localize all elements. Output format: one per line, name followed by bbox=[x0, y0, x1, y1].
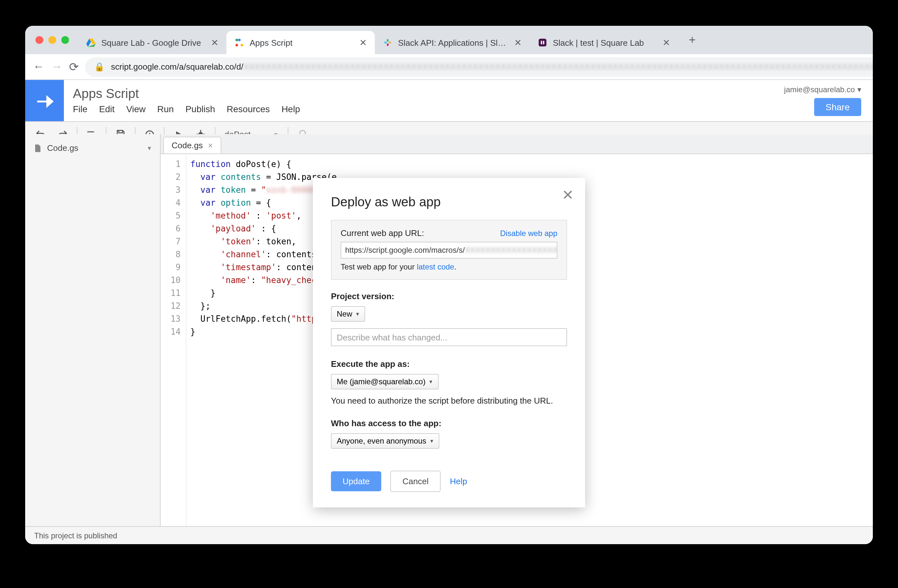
deploy-dialog: ✕ Deploy as web app Current web app URL:… bbox=[313, 178, 585, 507]
execute-value: Me (jamie@squarelab.co) bbox=[337, 377, 426, 386]
title-block: Apps Script File Edit View Run Publish R… bbox=[64, 80, 784, 121]
dialog-title: Deploy as web app bbox=[331, 195, 567, 210]
file-item[interactable]: Code.gs ▼ bbox=[25, 139, 160, 157]
menu-view[interactable]: View bbox=[126, 104, 146, 114]
window-maximize[interactable] bbox=[61, 36, 69, 44]
drive-icon bbox=[86, 37, 96, 48]
access-value: Anyone, even anonymous bbox=[337, 436, 426, 445]
menu-resources[interactable]: Resources bbox=[227, 104, 270, 114]
editor-tab-name: Code.gs bbox=[172, 141, 203, 150]
svg-rect-7 bbox=[384, 41, 387, 43]
window-close[interactable] bbox=[35, 36, 43, 44]
share-button[interactable]: Share bbox=[814, 98, 861, 116]
update-button[interactable]: Update bbox=[331, 471, 381, 491]
access-label: Who has access to the app: bbox=[331, 418, 567, 428]
caret-icon: ▾ bbox=[356, 311, 359, 317]
tab-apps-script[interactable]: Apps Script ✕ bbox=[226, 31, 375, 54]
browser-window: Square Lab - Google Drive ✕ Apps Script … bbox=[25, 26, 873, 544]
slack-workspace-icon bbox=[537, 37, 548, 48]
menu-run[interactable]: Run bbox=[157, 104, 174, 114]
close-icon[interactable]: ✕ bbox=[514, 37, 522, 48]
svg-point-5 bbox=[241, 44, 243, 46]
url-bar: ← → ⟳ 🔒 script.google.com/a/squarelab.co… bbox=[25, 54, 873, 80]
svg-rect-10 bbox=[387, 43, 388, 46]
editor-tab[interactable]: Code.gs × bbox=[163, 137, 221, 154]
editor-tabs: Code.gs × bbox=[161, 134, 873, 154]
chevron-down-icon: ▾ bbox=[857, 85, 861, 94]
menu-bar: File Edit View Run Publish Resources Hel… bbox=[73, 104, 775, 114]
url-text: script.google.com/a/squarelab.co/d/XXXXX… bbox=[111, 62, 873, 72]
app-header: Apps Script File Edit View Run Publish R… bbox=[25, 80, 873, 122]
svg-rect-9 bbox=[387, 39, 388, 41]
describe-input[interactable] bbox=[331, 328, 567, 346]
tab-title: Apps Script bbox=[250, 38, 354, 48]
menu-file[interactable]: File bbox=[73, 104, 88, 114]
reload-button[interactable]: ⟳ bbox=[69, 60, 79, 74]
version-value: New bbox=[337, 310, 352, 318]
app-logo[interactable] bbox=[25, 80, 64, 121]
current-url-box: Current web app URL: Disable web app htt… bbox=[331, 220, 567, 280]
status-bar: This project is published bbox=[25, 526, 873, 544]
current-url-label: Current web app URL: bbox=[341, 228, 424, 238]
tab-title: Square Lab - Google Drive bbox=[101, 38, 206, 48]
line-gutter: 1234567891011121314 bbox=[161, 154, 186, 526]
file-sidebar: Code.gs ▼ bbox=[25, 134, 161, 526]
chevron-down-icon[interactable]: ▼ bbox=[146, 145, 152, 151]
tab-drive[interactable]: Square Lab - Google Drive ✕ bbox=[78, 31, 226, 54]
svg-rect-11 bbox=[539, 39, 546, 46]
close-icon[interactable]: ✕ bbox=[359, 37, 367, 48]
file-name: Code.gs bbox=[47, 143, 78, 153]
tab-strip: Square Lab - Google Drive ✕ Apps Script … bbox=[25, 26, 873, 54]
tab-title: Slack API: Applications | Slack bbox=[398, 38, 509, 48]
app-title: Apps Script bbox=[73, 86, 775, 101]
status-text: This project is published bbox=[34, 531, 117, 540]
close-icon[interactable]: ✕ bbox=[663, 37, 670, 48]
svg-point-6 bbox=[235, 39, 238, 41]
url-field[interactable]: https://script.google.com/macros/s/XXXXX… bbox=[341, 242, 557, 258]
svg-rect-14 bbox=[88, 131, 94, 132]
tab-slack-workspace[interactable]: Slack | test | Square Lab ✕ bbox=[530, 31, 678, 54]
window-minimize[interactable] bbox=[48, 36, 56, 44]
back-button[interactable]: ← bbox=[33, 60, 45, 74]
window-controls bbox=[32, 36, 78, 44]
user-email[interactable]: jamie@squarelab.co ▾ bbox=[784, 85, 861, 94]
address-bar[interactable]: 🔒 script.google.com/a/squarelab.co/d/XXX… bbox=[85, 57, 873, 77]
svg-point-4 bbox=[238, 39, 241, 41]
caret-icon: ▾ bbox=[429, 378, 432, 385]
new-tab-button[interactable]: + bbox=[683, 31, 701, 49]
latest-code-link[interactable]: latest code bbox=[417, 263, 454, 272]
arrow-icon bbox=[34, 90, 55, 112]
version-select[interactable]: New ▾ bbox=[331, 306, 365, 322]
execute-label: Execute the app as: bbox=[331, 359, 567, 369]
authorize-note: You need to authorize the script before … bbox=[331, 396, 567, 405]
apps-script-icon bbox=[234, 37, 244, 48]
caret-icon: ▾ bbox=[430, 438, 434, 444]
close-icon[interactable]: ✕ bbox=[211, 37, 219, 48]
lock-icon: 🔒 bbox=[94, 62, 105, 72]
header-right: jamie@squarelab.co ▾ Share bbox=[784, 80, 873, 121]
test-line: Test web app for your latest code. bbox=[341, 263, 557, 272]
execute-select[interactable]: Me (jamie@squarelab.co) ▾ bbox=[331, 374, 438, 389]
menu-publish[interactable]: Publish bbox=[186, 104, 215, 114]
menu-help[interactable]: Help bbox=[281, 104, 300, 114]
close-icon[interactable]: × bbox=[208, 141, 213, 150]
file-icon bbox=[33, 143, 42, 152]
svg-rect-12 bbox=[541, 41, 542, 45]
disable-link[interactable]: Disable web app bbox=[500, 229, 557, 238]
help-link[interactable]: Help bbox=[450, 476, 467, 486]
dialog-actions: Update Cancel Help bbox=[331, 471, 567, 492]
svg-rect-13 bbox=[543, 41, 544, 45]
svg-rect-8 bbox=[389, 41, 391, 43]
dialog-close[interactable]: ✕ bbox=[562, 187, 574, 204]
tab-slack-api[interactable]: Slack API: Applications | Slack ✕ bbox=[375, 31, 530, 54]
forward-button[interactable]: → bbox=[51, 60, 63, 74]
slack-icon bbox=[383, 37, 393, 48]
cancel-button[interactable]: Cancel bbox=[390, 471, 441, 492]
menu-edit[interactable]: Edit bbox=[99, 104, 114, 114]
access-select[interactable]: Anyone, even anonymous ▾ bbox=[331, 433, 439, 449]
version-label: Project version: bbox=[331, 292, 567, 301]
tab-title: Slack | test | Square Lab bbox=[553, 38, 657, 48]
svg-point-3 bbox=[235, 44, 238, 46]
